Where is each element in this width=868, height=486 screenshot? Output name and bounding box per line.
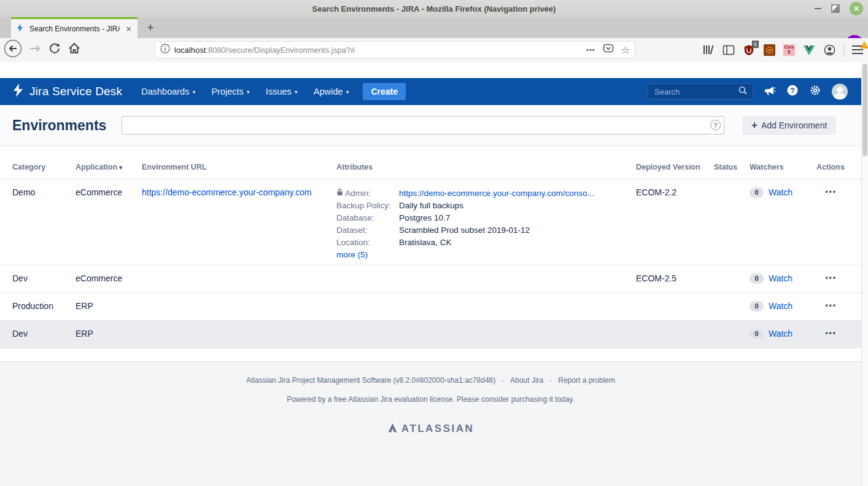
pocket-icon[interactable]: [603, 44, 614, 57]
update-warning-icon: [860, 41, 868, 49]
firefox-window: Search Environments - JIRA - Mozilla Fir…: [0, 0, 868, 486]
cors-label-line1: Cors: [785, 45, 794, 50]
url-host: localhost: [174, 45, 206, 55]
watchers-count-badge: 0: [750, 273, 764, 284]
admin-url-link[interactable]: https://demo-ecommerce.your-company.com/…: [399, 189, 594, 198]
column-watchers[interactable]: Watchers: [750, 163, 816, 179]
sidebar-icon[interactable]: [723, 44, 735, 56]
column-application[interactable]: Application▾: [76, 163, 142, 179]
url-bar[interactable]: localhost:8080/secure/DisplayEnvironment…: [155, 41, 635, 58]
column-environment-url[interactable]: Environment URL: [142, 163, 336, 179]
application-cell: eCommerce: [76, 179, 142, 269]
account-icon[interactable]: [823, 44, 835, 56]
attributes-cell: [336, 265, 636, 292]
environment-search-input[interactable]: [122, 116, 724, 135]
status-cell: [714, 265, 750, 292]
page-scrollbar[interactable]: [861, 62, 868, 486]
bookmark-star-icon[interactable]: ☆: [621, 44, 630, 56]
table-row[interactable]: Dev eCommerce ECOM-2.5 0 Watch •••: [0, 265, 861, 293]
status-cell: [714, 321, 750, 348]
watch-link[interactable]: Watch: [769, 329, 792, 339]
svg-text:?: ?: [790, 87, 794, 95]
environment-url-link[interactable]: https://demo-ecommerce.your-company.com: [142, 187, 312, 197]
library-icon[interactable]: [702, 44, 715, 56]
column-category[interactable]: Category: [12, 163, 76, 179]
reload-button[interactable]: [48, 42, 61, 58]
row-actions-icon[interactable]: •••: [816, 265, 861, 292]
menu-hamburger-icon[interactable]: [852, 45, 863, 54]
back-button[interactable]: [4, 39, 22, 60]
cors-everywhere-icon[interactable]: Cors E: [783, 44, 795, 56]
url-text: localhost:8080/secure/DisplayEnvironment…: [174, 45, 582, 55]
menu-apwide[interactable]: Apwide ▾: [306, 87, 357, 96]
restore-icon[interactable]: [831, 4, 840, 13]
watchers-count-badge: 0: [750, 187, 764, 198]
ublock-badge: 6: [752, 41, 759, 48]
watch-link[interactable]: Watch: [769, 187, 792, 197]
category-cell: Production: [12, 293, 76, 320]
scrollbar-thumb[interactable]: [862, 64, 867, 156]
row-actions-icon[interactable]: •••: [816, 179, 861, 269]
help-icon[interactable]: ?: [786, 84, 799, 99]
menu-issues[interactable]: Issues ▾: [258, 87, 306, 96]
watch-link[interactable]: Watch: [769, 273, 792, 283]
watchers-cell: 0 Watch: [750, 293, 816, 320]
brand-name: Jira Service Desk: [29, 85, 122, 98]
tab-search-environments[interactable]: Search Environments - JIRA ×: [11, 17, 138, 38]
close-icon[interactable]: ×: [850, 2, 863, 15]
user-avatar[interactable]: [832, 84, 848, 100]
chevron-down-icon: ▾: [295, 88, 298, 95]
column-deployed-version[interactable]: Deployed Version: [636, 163, 714, 179]
about-jira-link[interactable]: About Jira: [510, 376, 543, 385]
jira-navbar: Jira Service Desk Dashboards ▾ Projects …: [0, 78, 861, 105]
application-cell: ERP: [76, 321, 142, 348]
userscript-gear-icon[interactable]: [763, 44, 775, 56]
menu-issues-label: Issues: [266, 87, 292, 96]
environment-url-cell: [142, 265, 336, 292]
quick-search[interactable]: [648, 84, 753, 100]
create-button[interactable]: Create: [363, 83, 406, 100]
report-problem-link[interactable]: Report a problem: [558, 376, 615, 385]
settings-gear-icon[interactable]: [809, 84, 821, 99]
atlassian-wordmark: ATLASSIAN: [401, 423, 475, 435]
category-cell: Dev: [12, 265, 76, 292]
menu-dashboards[interactable]: Dashboards ▾: [133, 87, 203, 96]
home-button[interactable]: [68, 42, 81, 58]
watch-link[interactable]: Watch: [769, 301, 792, 311]
jira-bolt-icon: [12, 84, 25, 100]
tab-close-icon[interactable]: ×: [125, 24, 133, 33]
minimize-icon[interactable]: [815, 8, 821, 9]
quick-search-input[interactable]: [653, 87, 738, 97]
ublock-icon[interactable]: 6: [743, 44, 755, 56]
table-row[interactable]: Demo eCommerce https://demo-ecommerce.yo…: [0, 179, 861, 265]
search-help-icon[interactable]: ?: [710, 120, 721, 130]
footer-separator: ·: [549, 376, 552, 385]
window-titlebar: Search Environments - JIRA - Mozilla Fir…: [0, 0, 868, 18]
window-controls: ×: [815, 0, 863, 17]
row-actions-icon[interactable]: •••: [816, 321, 861, 348]
page-actions-icon[interactable]: •••: [586, 46, 595, 53]
table-header-row: Category Application▾ Environment URL At…: [0, 146, 861, 179]
forward-button[interactable]: [28, 42, 42, 58]
watchers-cell: 0 Watch: [750, 321, 816, 348]
attributes-cell: [336, 293, 636, 320]
column-actions[interactable]: Actions: [816, 163, 861, 179]
table-row[interactable]: Production ERP 0 Watch •••: [0, 293, 861, 321]
site-info-icon[interactable]: [160, 44, 170, 56]
more-attributes-link[interactable]: more (5): [336, 249, 368, 261]
table-row[interactable]: Dev ERP 0 Watch •••: [0, 321, 861, 348]
row-actions-icon[interactable]: •••: [816, 293, 861, 320]
announcement-icon[interactable]: [764, 85, 776, 98]
environment-url-cell: [142, 321, 336, 348]
new-tab-button[interactable]: +: [142, 20, 158, 36]
attribute-label-text: Admin:: [345, 187, 371, 200]
sort-down-icon: ▾: [119, 164, 122, 171]
add-environment-button[interactable]: + Add Environment: [743, 116, 835, 135]
vue-devtools-icon[interactable]: [803, 44, 815, 56]
environments-table: Category Application▾ Environment URL At…: [0, 146, 861, 348]
column-status[interactable]: Status: [714, 163, 750, 179]
menu-projects[interactable]: Projects ▾: [203, 87, 257, 96]
jira-footer: Atlassian Jira Project Management Softwa…: [0, 361, 861, 486]
column-attributes[interactable]: Attributes: [336, 163, 636, 179]
jira-logo[interactable]: Jira Service Desk: [12, 84, 122, 100]
